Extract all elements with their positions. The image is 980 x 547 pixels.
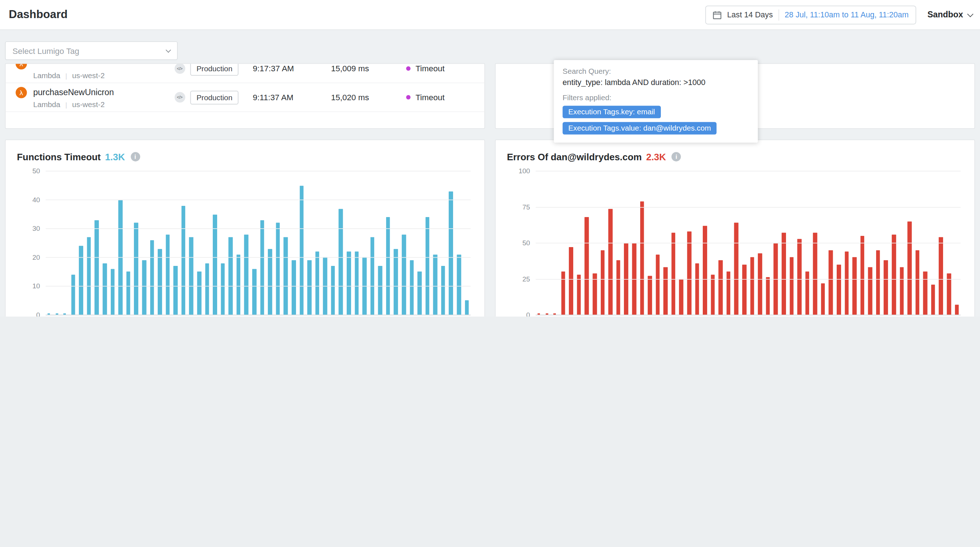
search-query-tooltip: Search Query: entity_type: lambda AND du… (554, 60, 758, 143)
environment-name: Sandbox (928, 10, 963, 19)
lambda-function-icon: λ (16, 87, 27, 98)
status-label: Timeout (415, 64, 444, 73)
info-icon[interactable]: i (130, 151, 140, 161)
date-range-preset: Last 14 Days (727, 11, 773, 19)
bar-chart-errors: 025507510030. Jul1. Aug3. Aug5. Aug7. Au… (507, 169, 963, 316)
duration: 15,020 ms (331, 92, 406, 102)
search-query-label: Search Query: (563, 67, 749, 76)
date-range-picker[interactable]: Last 14 Days 28 Jul, 11:10am to 11 Aug, … (705, 5, 916, 24)
date-range-value: 28 Jul, 11:10am to 11 Aug, 11:20am (784, 11, 908, 19)
top-widgets-row: λ Lambda | us-west-2 </> Production 9:17… (5, 63, 975, 129)
execution-tag-value-chip: Execution Tags.value: dan@wildrydes.com (563, 122, 717, 135)
search-query-text: entity_type: lambda AND duration: >1000 (563, 78, 749, 87)
invocation-time: 9:11:37 AM (253, 92, 331, 102)
status-cell: Timeout (406, 64, 444, 73)
info-icon[interactable]: i (672, 151, 681, 161)
dashboard-app: Dashboard Last 14 Days 28 Jul, 11:10am t… (0, 0, 980, 316)
chart-title: Functions Timeout (17, 151, 101, 162)
code-icon: </> (175, 63, 185, 74)
code-icon: </> (175, 92, 185, 102)
timeout-status-dot (406, 95, 410, 100)
function-name: purchaseNewUnicron (33, 87, 114, 97)
bar-chart-functions-timeout: 0102030405030. Jul1. Aug3. Aug5. Aug7. A… (17, 169, 473, 316)
page-title: Dashboard (9, 8, 68, 21)
divider: | (65, 72, 67, 79)
divider (778, 9, 779, 20)
region: us-west-2 (72, 100, 105, 108)
protocol-cell: </> (169, 63, 190, 74)
lumigo-tag-select[interactable]: Select Lumigo Tag (5, 41, 178, 60)
invocation-time: 9:17:37 AM (253, 64, 331, 73)
charts-grid: Functions Timeout 1.3K i 0102030405030. … (5, 140, 975, 316)
chart-card-functions-timeout: Functions Timeout 1.3K i 0102030405030. … (5, 140, 485, 316)
execution-tag-key-chip: Execution Tags.key: email (563, 106, 661, 118)
content-area: Select Lumigo Tag λ Lambda (0, 30, 980, 316)
status-cell: Timeout (406, 92, 444, 102)
protocol-cell: </> (169, 92, 190, 102)
function-name-cell: λ Lambda | us-west-2 (16, 63, 169, 81)
chart-card-errors: Errors Of dan@wildrydes.com 2.3K i 02550… (495, 140, 975, 316)
table-row[interactable]: λ Lambda | us-west-2 </> Production 9:17… (6, 63, 485, 83)
topbar-controls: Last 14 Days 28 Jul, 11:10am to 11 Aug, … (705, 5, 972, 24)
resource-type: Lambda (33, 71, 60, 80)
table-row[interactable]: λ purchaseNewUnicron Lambda | us-west-2 … (6, 83, 485, 112)
env-badge: Production (190, 91, 239, 104)
timeout-status-dot (406, 66, 410, 70)
region: us-west-2 (72, 71, 105, 80)
tag-select-placeholder: Select Lumigo Tag (13, 46, 80, 56)
function-name-cell: λ purchaseNewUnicron Lambda | us-west-2 (16, 85, 169, 109)
environment-selector[interactable]: Sandbox (928, 10, 973, 19)
env-badge: Production (190, 63, 239, 76)
status-label: Timeout (415, 92, 444, 102)
env-cell: Production (190, 91, 253, 104)
invocations-table: λ Lambda | us-west-2 </> Production 9:17… (6, 63, 485, 112)
lambda-function-icon: λ (16, 63, 27, 69)
chart-count: 2.3K (646, 151, 666, 162)
filters-applied-label: Filters applied: (563, 93, 749, 102)
chart-title: Errors Of dan@wildrydes.com (507, 151, 642, 162)
divider: | (65, 100, 67, 108)
resource-type: Lambda (33, 100, 60, 108)
calendar-icon (713, 11, 722, 19)
invocations-table-card: λ Lambda | us-west-2 </> Production 9:17… (5, 63, 485, 129)
chart-count: 1.3K (105, 151, 125, 162)
env-cell: Production (190, 63, 253, 76)
top-bar: Dashboard Last 14 Days 28 Jul, 11:10am t… (0, 0, 980, 30)
duration: 15,009 ms (331, 64, 406, 73)
chevron-down-icon (967, 11, 974, 17)
chevron-down-icon (166, 47, 171, 52)
